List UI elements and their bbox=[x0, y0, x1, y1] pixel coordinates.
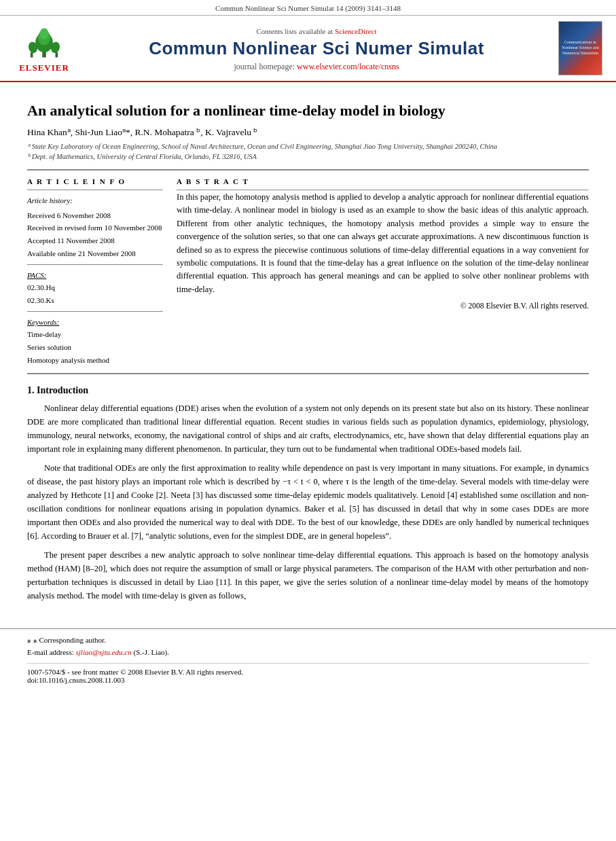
svg-rect-6 bbox=[31, 52, 33, 57]
keyword-1: Time-delay bbox=[27, 328, 163, 341]
article-history: Article history: Received 6 November 200… bbox=[27, 194, 163, 260]
content-area: An analytical solution for a nonlinear t… bbox=[0, 82, 616, 622]
pacs-block: PACS: 02.30.Hq 02.30.Ks bbox=[27, 269, 163, 307]
two-column-layout: A R T I C L E I N F O Article history: R… bbox=[27, 177, 589, 366]
intro-heading-text: 1. Introduction bbox=[27, 385, 88, 395]
header-divider bbox=[27, 169, 589, 171]
svg-rect-7 bbox=[56, 52, 58, 57]
article-title: An analytical solution for a nonlinear t… bbox=[27, 101, 589, 121]
email-label: E-mail address: bbox=[27, 648, 74, 656]
journal-homepage: journal homepage: www.elsevier.com/locat… bbox=[75, 62, 558, 72]
authors: Hina Khanᵃ, Shi-Jun Liaoᵃ*, R.N. Mohapat… bbox=[27, 126, 589, 138]
corresponding-label: ⁎ Corresponding author. bbox=[33, 636, 106, 644]
footnote-email: E-mail address: sjliao@sjtu.edu.cn (S.-J… bbox=[27, 647, 589, 659]
accepted-date: Accepted 11 November 2008 bbox=[27, 234, 163, 247]
affiliations: ᵃ State Key Laboratory of Ocean Engineer… bbox=[27, 141, 589, 163]
info-divider-mid bbox=[27, 264, 163, 265]
sciencedirect-link[interactable]: ScienceDirect bbox=[335, 27, 377, 35]
top-bar: Commun Nonlinear Sci Numer Simulat 14 (2… bbox=[0, 0, 616, 16]
info-divider-bot bbox=[27, 311, 163, 312]
keywords-list: Time-delay Series solution Homotopy anal… bbox=[27, 328, 163, 366]
footnote-star: ⁎ bbox=[27, 636, 33, 644]
doi-text: 1007-5704/$ - see front matter © 2008 El… bbox=[27, 668, 589, 676]
homepage-url[interactable]: www.elsevier.com/locate/cnsns bbox=[297, 62, 399, 71]
pacs-1: 02.30.Hq bbox=[27, 281, 163, 294]
keywords-block: Keywords: Time-delay Series solution Hom… bbox=[27, 316, 163, 367]
abstract-column: A B S T R A C T In this paper, the homot… bbox=[177, 177, 589, 366]
keyword-3: Homotopy analysis method bbox=[27, 354, 163, 367]
revised-date: Received in revised form 10 November 200… bbox=[27, 221, 163, 234]
email-person: (S.-J. Liao). bbox=[133, 648, 169, 656]
copyright: © 2008 Elsevier B.V. All rights reserved… bbox=[177, 302, 589, 310]
footnote-corresponding: ⁎ ⁎ Corresponding author. bbox=[27, 634, 589, 647]
info-divider-top bbox=[27, 190, 163, 190]
received-date: Received 6 November 2008 bbox=[27, 209, 163, 222]
available-date: Available online 21 November 2008 bbox=[27, 247, 163, 260]
keywords-label: Keywords: bbox=[27, 316, 163, 329]
elsevier-logo: ELSEVIER bbox=[14, 24, 75, 73]
history-label: Article history: bbox=[27, 194, 163, 207]
affiliation-a: ᵃ State Key Laboratory of Ocean Engineer… bbox=[27, 141, 589, 152]
intro-paragraph-3: The present paper describes a new analyt… bbox=[27, 548, 589, 603]
affiliation-b: ᵇ Dept. of Mathematics, University of Ce… bbox=[27, 151, 589, 162]
elsevier-tree-icon bbox=[24, 24, 65, 61]
authors-text: Hina Khanᵃ, Shi-Jun Liaoᵃ*, R.N. Mohapat… bbox=[27, 127, 257, 137]
email-address[interactable]: sjliao@sjtu.edu.cn bbox=[75, 648, 131, 656]
pacs-2: 02.30.Ks bbox=[27, 294, 163, 307]
intro-paragraph-2: Note that traditional ODEs are only the … bbox=[27, 461, 589, 543]
journal-thumbnail: Communications in Nonlinear Science and … bbox=[558, 21, 602, 75]
article-info-label: A R T I C L E I N F O bbox=[27, 177, 163, 185]
abstract-text: In this paper, the homotopy analysis met… bbox=[177, 191, 589, 296]
section-divider bbox=[27, 373, 589, 374]
pacs-label: PACS: bbox=[27, 269, 163, 282]
footer-area: ⁎ ⁎ Corresponding author. E-mail address… bbox=[0, 628, 616, 690]
elsevier-wordmark: ELSEVIER bbox=[19, 62, 69, 73]
intro-paragraph-1: Nonlinear delay differential equations (… bbox=[27, 401, 589, 456]
intro-heading: 1. Introduction bbox=[27, 385, 589, 396]
journal-name: Commun Nonlinear Sci Numer Simulat bbox=[75, 38, 558, 59]
journal-citation: Commun Nonlinear Sci Numer Simulat 14 (2… bbox=[215, 4, 401, 12]
contents-header: Contents lists available at ScienceDirec… bbox=[75, 24, 558, 38]
abstract-label: A B S T R A C T bbox=[177, 177, 589, 185]
journal-header: ELSEVIER Contents lists available at Sci… bbox=[0, 16, 616, 82]
journal-title-block: Contents lists available at ScienceDirec… bbox=[75, 24, 558, 72]
svg-point-3 bbox=[40, 28, 49, 39]
article-info-column: A R T I C L E I N F O Article history: R… bbox=[27, 177, 163, 366]
page: Commun Nonlinear Sci Numer Simulat 14 (2… bbox=[0, 0, 616, 841]
keyword-2: Series solution bbox=[27, 341, 163, 354]
doi-block: 1007-5704/$ - see front matter © 2008 El… bbox=[27, 663, 589, 684]
doi-link: doi:10.1016/j.cnsns.2008.11.003 bbox=[27, 676, 589, 684]
